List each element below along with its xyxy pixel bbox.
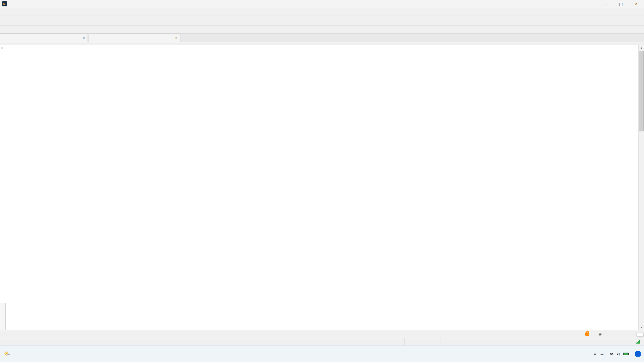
market-watch-close-icon[interactable]: × (79, 36, 85, 40)
market-bag-icon (585, 333, 589, 336)
taskbar: ☀☁ ∧ ☁ ((( ◄) (0, 345, 644, 362)
menu-bar (0, 8, 644, 15)
chart-tab-scroll (638, 34, 644, 42)
minimize-button[interactable]: – (598, 0, 613, 8)
connection-bars-icon (636, 340, 640, 344)
market-button[interactable] (585, 333, 591, 336)
scrollbar-thumb[interactable] (639, 51, 644, 131)
close-button[interactable]: × (629, 0, 644, 8)
panel-caption-row: × × (0, 34, 644, 42)
app-icon: J2T (2, 1, 7, 6)
dock-right: ◉ (585, 332, 644, 336)
signals-icon: ◉ (598, 332, 602, 336)
toolbox-side-tab[interactable] (0, 303, 6, 330)
weather-icon: ☀☁ (4, 350, 9, 357)
timeframe-bar (0, 25, 644, 34)
toolbox-close-icon[interactable]: × (1, 46, 3, 50)
ghost-tab-strip (0, 42, 644, 45)
main-toolbar (0, 15, 644, 25)
weather-widget[interactable]: ☀☁ (0, 350, 11, 357)
scroll-up-icon[interactable]: ▴ (639, 45, 644, 50)
wifi-icon[interactable]: ((( (610, 353, 613, 355)
status-bar (0, 338, 644, 345)
system-tray: ∧ ☁ ((( ◄) (594, 351, 641, 357)
title-bar: J2T – ▢ × (0, 0, 644, 8)
navigator-caption[interactable]: × (89, 34, 180, 42)
history-panel: × ▴ ▾ (0, 45, 644, 330)
market-watch-caption[interactable]: × (0, 34, 88, 42)
volume-icon[interactable]: ◄) (616, 352, 620, 356)
maximize-button[interactable]: ▢ (613, 0, 629, 8)
battery-icon[interactable] (623, 353, 629, 355)
notification-count-badge[interactable] (635, 351, 641, 357)
toolbox-tab-bar: ◉ (0, 330, 644, 338)
minimize-all-tooltip (637, 333, 643, 336)
status-profile[interactable] (404, 338, 440, 345)
onedrive-cloud-icon[interactable]: ☁ (600, 351, 604, 356)
scroll-down-icon[interactable]: ▾ (639, 324, 644, 330)
tray-overflow-icon[interactable]: ∧ (594, 352, 596, 356)
navigator-close-icon[interactable]: × (172, 36, 177, 40)
mt5-window: J2T – ▢ × × × × (0, 0, 644, 362)
vertical-scrollbar[interactable]: ▴ ▾ (638, 45, 644, 330)
signals-button[interactable]: ◉ (598, 332, 604, 336)
